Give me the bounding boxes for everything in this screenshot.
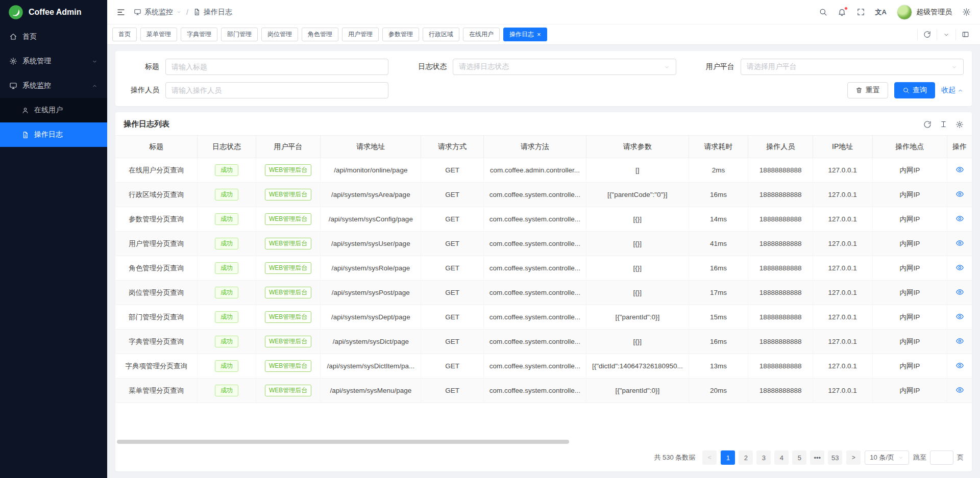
- prev-page-button[interactable]: <: [702, 450, 717, 465]
- bell-icon[interactable]: [838, 8, 846, 16]
- table-header-row: 标题日志状态用户平台请求地址请求方式请求方法请求参数请求耗时操作人员IP地址操作…: [115, 136, 972, 158]
- view-detail-button[interactable]: [955, 288, 964, 296]
- eye-icon: [955, 312, 964, 321]
- view-detail-button[interactable]: [955, 214, 964, 223]
- cell-location: 内网IP: [872, 379, 947, 403]
- collapse-link[interactable]: 收起: [941, 86, 964, 95]
- platform-badge: WEB管理后台: [265, 213, 311, 224]
- layout-icon[interactable]: [955, 29, 975, 40]
- cell-ip: 127.0.0.1: [813, 256, 872, 281]
- tab-item[interactable]: 用户管理: [342, 28, 379, 41]
- view-detail-button[interactable]: [955, 337, 964, 345]
- tab-item[interactable]: 行政区域: [423, 28, 459, 41]
- tab-item[interactable]: 菜单管理: [140, 28, 177, 41]
- chevron-down-icon[interactable]: [937, 29, 955, 40]
- cell-operator: 18888888888: [748, 256, 813, 281]
- cell-actions: [947, 305, 972, 330]
- gear-icon[interactable]: [955, 120, 964, 129]
- cell-location: 内网IP: [872, 232, 947, 256]
- page-button[interactable]: 53: [828, 450, 842, 465]
- scrollbar-thumb[interactable]: [117, 440, 569, 444]
- refresh-icon[interactable]: [923, 120, 932, 129]
- filter-actions: 重置 查询 收起: [411, 82, 964, 98]
- view-detail-button[interactable]: [955, 190, 964, 198]
- app-logo[interactable]: Coffee Admin: [0, 0, 107, 24]
- breadcrumb-separator: /: [186, 8, 188, 16]
- menu-fold-icon[interactable]: [116, 8, 126, 17]
- cell-request-params: [{"parentId":0}]: [586, 379, 689, 403]
- tab-item[interactable]: 首页: [112, 28, 137, 41]
- cell-status: 成功: [198, 354, 256, 379]
- cell-ip: 127.0.0.1: [813, 354, 872, 379]
- view-detail-button[interactable]: [955, 263, 964, 272]
- page-button[interactable]: 3: [756, 450, 771, 465]
- cell-operator: 18888888888: [748, 232, 813, 256]
- sidebar-item-system-monitor[interactable]: 系统监控: [0, 73, 107, 98]
- eye-icon: [955, 386, 964, 394]
- cell-request-method: GET: [421, 232, 484, 256]
- page-jump-input[interactable]: [930, 450, 953, 465]
- cell-actions: [947, 232, 972, 256]
- fullscreen-icon[interactable]: [856, 8, 865, 16]
- log-status-select[interactable]: 请选择日志状态: [453, 59, 676, 75]
- sidebar-item-op-log[interactable]: 操作日志: [0, 122, 107, 147]
- sidebar-item-home[interactable]: 首页: [0, 24, 107, 49]
- sidebar-item-label: 操作日志: [34, 130, 63, 139]
- page-size-select[interactable]: 10 条/页: [865, 450, 909, 465]
- chevron-down-icon: [176, 9, 182, 15]
- eye-icon: [955, 214, 964, 223]
- reset-button[interactable]: 重置: [847, 82, 888, 98]
- eye-icon: [955, 263, 964, 272]
- filter-panel: 标题 日志状态 请选择日志状态 用户平台 请选择用户平台 操作人员: [115, 51, 972, 106]
- view-detail-button[interactable]: [955, 361, 964, 370]
- platform-badge: WEB管理后台: [265, 262, 311, 273]
- tab-item[interactable]: 操作日志 ×: [503, 28, 547, 41]
- cell-request-time: 16ms: [689, 256, 748, 281]
- cell-operator: 18888888888: [748, 183, 813, 207]
- operator-input[interactable]: [165, 82, 388, 98]
- search-icon[interactable]: [819, 8, 827, 16]
- sidebar-item-system-mgmt[interactable]: 系统管理: [0, 49, 107, 73]
- tab-item[interactable]: 岗位管理: [261, 28, 298, 41]
- translate-icon[interactable]: 文A: [875, 8, 887, 17]
- close-icon[interactable]: ×: [537, 31, 541, 38]
- breadcrumb-section[interactable]: 系统监控: [134, 8, 182, 17]
- tab-item[interactable]: 参数管理: [382, 28, 419, 41]
- settings-gear-icon[interactable]: [962, 8, 971, 16]
- page-button[interactable]: 2: [739, 450, 753, 465]
- monitor-icon: [134, 8, 141, 16]
- eye-icon: [955, 337, 964, 345]
- tab-item[interactable]: 字典管理: [181, 28, 217, 41]
- cell-ip: 127.0.0.1: [813, 330, 872, 354]
- sidebar-item-label: 系统管理: [22, 57, 51, 66]
- cell-request-method: GET: [421, 256, 484, 281]
- sidebar-item-online-user[interactable]: 在线用户: [0, 98, 107, 122]
- next-page-button[interactable]: >: [846, 450, 861, 465]
- tab-label: 角色管理: [308, 30, 332, 39]
- column-header: 用户平台: [256, 136, 321, 158]
- avatar: [897, 5, 912, 20]
- column-height-icon[interactable]: [940, 120, 947, 128]
- page-button[interactable]: 1: [721, 450, 735, 465]
- refresh-icon[interactable]: [917, 29, 937, 40]
- page-button[interactable]: 4: [774, 450, 789, 465]
- search-button[interactable]: 查询: [894, 82, 935, 98]
- column-header: 请求方式: [421, 136, 484, 158]
- view-detail-button[interactable]: [955, 239, 964, 247]
- cell-location: 内网IP: [872, 330, 947, 354]
- cell-status: 成功: [198, 232, 256, 256]
- page-button[interactable]: 5: [792, 450, 806, 465]
- user-menu[interactable]: 超级管理员: [897, 5, 952, 20]
- cell-location: 内网IP: [872, 354, 947, 379]
- user-platform-select[interactable]: 请选择用户平台: [741, 59, 964, 75]
- tab-item[interactable]: 在线用户: [463, 28, 500, 41]
- page-button[interactable]: •••: [810, 450, 824, 465]
- tab-item[interactable]: 角色管理: [302, 28, 338, 41]
- view-detail-button[interactable]: [955, 312, 964, 321]
- title-input[interactable]: [165, 59, 388, 75]
- table-body: 在线用户分页查询 成功 WEB管理后台 /api/monitor/online/…: [115, 158, 972, 403]
- view-detail-button[interactable]: [955, 165, 964, 174]
- cell-ip: 127.0.0.1: [813, 232, 872, 256]
- view-detail-button[interactable]: [955, 386, 964, 394]
- tab-item[interactable]: 部门管理: [221, 28, 258, 41]
